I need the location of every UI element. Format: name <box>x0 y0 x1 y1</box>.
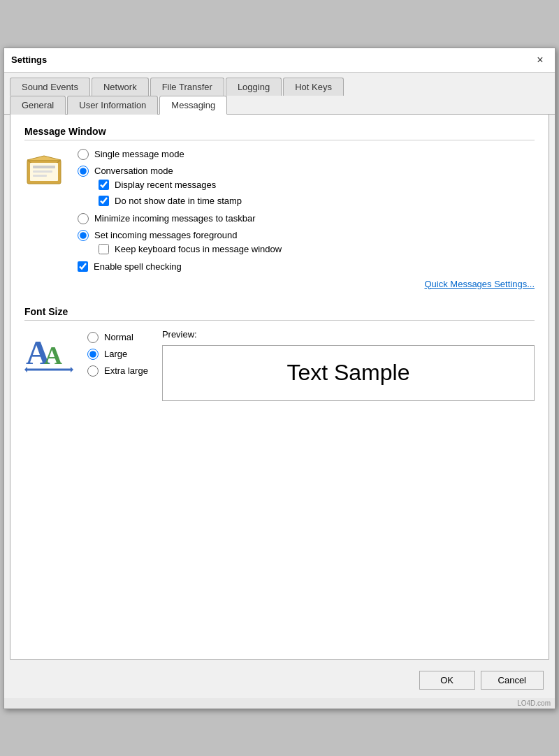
message-window-inner: Single message mode Conversation mode Di… <box>24 149 535 289</box>
tab-user-information[interactable]: User Information <box>67 96 158 115</box>
conversation-mode-input[interactable] <box>78 166 89 177</box>
spell-check-checkbox[interactable]: Enable spell checking <box>78 261 535 272</box>
foreground-options: Keep keyboard focus in message window <box>99 244 535 254</box>
extra-large-radio[interactable]: Extra large <box>87 365 148 377</box>
svg-rect-4 <box>33 175 47 177</box>
svg-text:A: A <box>44 342 62 370</box>
ok-button[interactable]: OK <box>419 671 475 690</box>
large-radio-input[interactable] <box>87 349 99 360</box>
no-date-label: Do not show date in time stamp <box>115 196 242 206</box>
tab-logging[interactable]: Logging <box>226 78 282 96</box>
normal-label: Normal <box>104 332 133 342</box>
tab-file-transfer[interactable]: File Transfer <box>150 78 224 96</box>
set-foreground-radio[interactable]: Set incoming messages foreground <box>78 230 535 241</box>
message-window-section: Message Window <box>24 126 535 289</box>
set-foreground-label: Set incoming messages foreground <box>94 230 238 240</box>
large-radio[interactable]: Large <box>87 349 148 360</box>
tab-messaging[interactable]: Messaging <box>159 96 227 115</box>
message-window-header: Message Window <box>24 126 535 140</box>
large-label: Large <box>104 349 127 359</box>
extra-large-label: Extra large <box>104 365 148 376</box>
footer: OK Cancel <box>4 665 555 698</box>
close-button[interactable]: × <box>532 52 548 68</box>
no-date-input[interactable] <box>99 196 109 206</box>
watermark: LO4D.com <box>4 698 555 708</box>
no-date-checkbox[interactable]: Do not show date in time stamp <box>99 196 535 206</box>
tab-sound-events[interactable]: Sound Events <box>10 78 90 96</box>
conversation-mode-label: Conversation mode <box>94 166 173 176</box>
quick-messages-link[interactable]: Quick Messages Settings... <box>78 279 535 289</box>
conversation-options: Display recent messages Do not show date… <box>99 180 535 206</box>
display-recent-input[interactable] <box>99 180 109 190</box>
conversation-mode-radio[interactable]: Conversation mode <box>78 166 535 177</box>
separator-group2: Enable spell checking <box>78 261 535 272</box>
message-mode-group: Single message mode Conversation mode <box>78 149 535 177</box>
tab-general[interactable]: General <box>10 96 66 115</box>
preview-text: Text Sample <box>286 360 409 386</box>
preview-column: Preview: Text Sample <box>162 329 535 401</box>
keep-focus-label: Keep keyboard focus in message window <box>115 244 282 254</box>
tabs-row2: General User Information Messaging <box>4 95 555 115</box>
extra-large-radio-input[interactable] <box>87 365 99 377</box>
envelope-icon <box>24 152 64 191</box>
spell-check-label: Enable spell checking <box>94 261 182 272</box>
single-message-radio[interactable]: Single message mode <box>78 149 535 160</box>
title-bar: Settings × <box>4 48 555 73</box>
font-options: Normal Large Extra large <box>87 329 148 377</box>
cancel-button[interactable]: Cancel <box>481 671 544 690</box>
keep-focus-input[interactable] <box>99 244 109 254</box>
window-title: Settings <box>11 54 47 65</box>
watermark-text: LO4D.com <box>517 699 551 707</box>
settings-window: Settings × Sound Events Network File Tra… <box>3 48 556 709</box>
preview-box: Text Sample <box>162 345 535 401</box>
font-icon: A A <box>24 329 73 378</box>
options-column: Single message mode Conversation mode Di… <box>78 149 535 289</box>
content-area: Message Window <box>10 115 549 660</box>
display-recent-checkbox[interactable]: Display recent messages <box>99 180 535 190</box>
normal-radio-input[interactable] <box>87 332 99 343</box>
font-size-section: Font Size A A <box>24 306 535 401</box>
svg-marker-9 <box>71 367 73 372</box>
incoming-mode-group: Minimize incoming messages to taskbar Se… <box>78 213 535 241</box>
svg-rect-3 <box>33 170 52 173</box>
display-recent-label: Display recent messages <box>115 180 216 190</box>
tab-hot-keys[interactable]: Hot Keys <box>283 78 344 96</box>
svg-rect-2 <box>33 166 55 168</box>
font-size-header: Font Size <box>24 306 535 321</box>
preview-label: Preview: <box>162 329 535 340</box>
minimize-radio[interactable]: Minimize incoming messages to taskbar <box>78 213 535 224</box>
spell-check-input[interactable] <box>78 261 88 272</box>
single-message-label: Single message mode <box>94 149 184 159</box>
tabs-row1: Sound Events Network File Transfer Loggi… <box>4 73 555 95</box>
minimize-input[interactable] <box>78 213 89 224</box>
set-foreground-input[interactable] <box>78 230 89 241</box>
minimize-label: Minimize incoming messages to taskbar <box>94 213 255 224</box>
normal-radio[interactable]: Normal <box>87 332 148 343</box>
keep-focus-checkbox[interactable]: Keep keyboard focus in message window <box>99 244 535 254</box>
font-size-inner: A A Normal <box>24 329 535 401</box>
tab-network[interactable]: Network <box>92 78 149 96</box>
single-message-input[interactable] <box>78 149 89 160</box>
